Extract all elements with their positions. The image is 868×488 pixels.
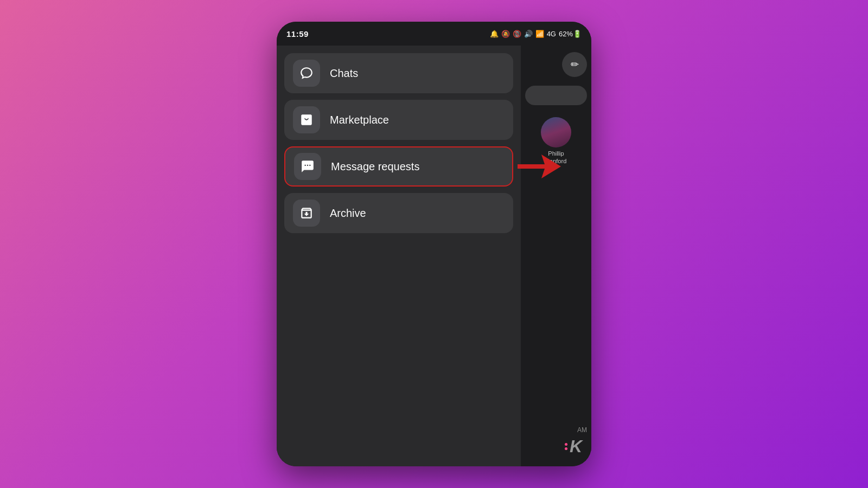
- chat-bubble-icon: [299, 66, 314, 80]
- archive-icon-box: [293, 200, 320, 227]
- watermark-dots: [565, 443, 567, 450]
- phone-body: ✏ PhillipSanford AM Chats: [277, 46, 591, 466]
- phone-container: 11:59 🔔 🔕 📵 🔊 📶 4G 62%🔋 ✏ PhillipSanford: [277, 22, 591, 466]
- red-arrow-icon: [518, 155, 561, 178]
- svg-marker-0: [518, 155, 561, 178]
- menu-item-marketplace[interactable]: Marketplace: [284, 100, 513, 140]
- chats-icon-box: [293, 60, 320, 87]
- watermark: K: [565, 436, 582, 457]
- status-time: 11:59: [286, 29, 309, 38]
- menu-item-chats[interactable]: Chats: [284, 53, 513, 93]
- image-icon: 🔕: [501, 30, 510, 38]
- pencil-icon: ✏: [571, 59, 579, 70]
- avatar-circle: [541, 117, 571, 147]
- watermark-k: K: [570, 436, 582, 457]
- wifi-icon: 📶: [535, 30, 544, 38]
- archive-label: Archive: [330, 207, 366, 220]
- alarm-icon: 🔊: [524, 30, 533, 38]
- right-panel: ✏ PhillipSanford AM: [521, 46, 591, 466]
- status-icons: 🔔 🔕 📵 🔊 📶 4G 62%🔋: [490, 30, 582, 38]
- marketplace-label: Marketplace: [330, 114, 389, 126]
- search-bar[interactable]: [525, 86, 587, 105]
- status-bar: 11:59 🔔 🔕 📵 🔊 📶 4G 62%🔋: [277, 22, 591, 46]
- message-requests-label: Message requests: [331, 160, 419, 173]
- time-label: AM: [577, 426, 587, 434]
- main-panel: Chats Marketplace: [277, 46, 521, 466]
- message-requests-icon-box: [294, 153, 321, 180]
- clock-icon: 📵: [513, 30, 521, 38]
- shop-icon: [299, 113, 314, 127]
- compose-button[interactable]: ✏: [562, 52, 587, 77]
- menu-item-archive[interactable]: Archive: [284, 193, 513, 233]
- message-dots-icon: [301, 159, 315, 174]
- avatar-photo: [541, 117, 571, 147]
- marketplace-icon-box: [293, 106, 320, 133]
- chats-label: Chats: [330, 67, 358, 80]
- menu-item-message-requests[interactable]: Message requests: [284, 146, 513, 187]
- battery-icon: 62%🔋: [559, 30, 582, 38]
- archive-icon: [299, 206, 314, 220]
- person-icon: 🔔: [490, 30, 499, 38]
- signal-icon: 4G: [547, 30, 556, 38]
